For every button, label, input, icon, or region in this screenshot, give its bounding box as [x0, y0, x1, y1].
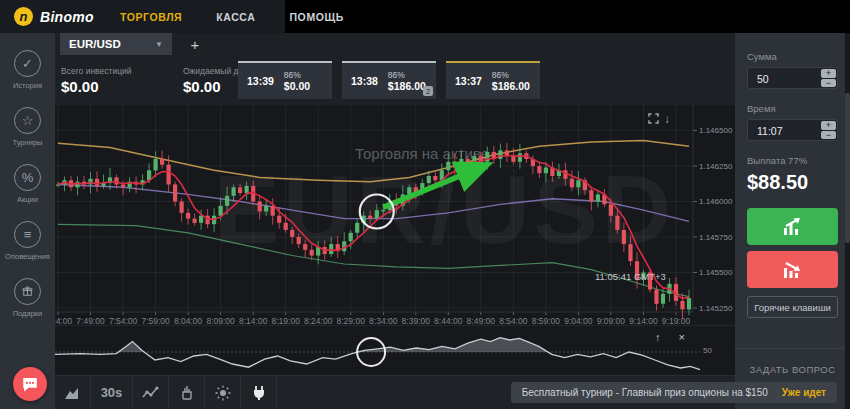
- nav-trading[interactable]: ТОРГОВЛЯ: [120, 11, 182, 23]
- notification-status[interactable]: Уже идет: [782, 387, 826, 398]
- chart-up-icon: [781, 217, 805, 237]
- interval-button[interactable]: 30s: [91, 376, 133, 409]
- gifts-icon: [14, 278, 41, 305]
- top-nav: ТОРГОВЛЯ КАССА ПОМОЩЬ: [120, 11, 344, 23]
- nav-help[interactable]: ПОМОЩЬ: [289, 11, 343, 23]
- top-bar-left: n Binomo ТОРГОВЛЯ КАССА ПОМОЩЬ: [0, 0, 285, 33]
- indicator-panel[interactable]: 50 ↑ ×: [55, 325, 735, 375]
- svg-text:1.145250: 1.145250: [699, 304, 733, 313]
- brightness-button[interactable]: [205, 376, 241, 409]
- tournaments-icon: ☆: [14, 107, 41, 134]
- scrollbar-thumb[interactable]: [845, 93, 850, 243]
- trade-time: 13:37: [455, 75, 482, 87]
- chart-type-button[interactable]: [55, 376, 91, 409]
- indicators-button[interactable]: [133, 376, 169, 409]
- svg-text:7:49:00: 7:49:00: [76, 316, 105, 325]
- call-button[interactable]: [747, 208, 838, 245]
- svg-text:9:14:00: 9:14:00: [629, 316, 658, 325]
- amount-field[interactable]: 50 + −: [747, 67, 838, 89]
- asset-name: EUR/USD: [69, 38, 121, 50]
- trade-time: 13:39: [247, 75, 274, 87]
- svg-text:8:44:00: 8:44:00: [434, 316, 463, 325]
- sidebar-label-promotions: Акции: [17, 195, 38, 204]
- amount-value: 50: [757, 73, 769, 85]
- trade-percent: 86%: [388, 70, 426, 80]
- amount-decrease-button[interactable]: −: [821, 79, 836, 88]
- add-asset-button[interactable]: +: [182, 33, 208, 55]
- svg-text:8:39:00: 8:39:00: [402, 316, 431, 325]
- brand-logo[interactable]: n Binomo: [0, 7, 94, 26]
- brightness-icon: [215, 385, 231, 401]
- amount-increase-button[interactable]: +: [821, 69, 836, 78]
- svg-text:1.146250: 1.146250: [699, 162, 733, 171]
- summary-row: Всего инвестиций $0.00 Ожидаемый доход $…: [55, 55, 735, 105]
- line-chart-icon: [142, 385, 159, 400]
- trade-panel: Сумма 50 + − Время 11:07 + − Выплата 77%…: [735, 33, 850, 409]
- interval-label: 30s: [101, 385, 123, 400]
- svg-text:9:04:00: 9:04:00: [564, 316, 593, 325]
- sidebar-item-history[interactable]: ✓ История: [0, 50, 55, 90]
- svg-text:8:09:00: 8:09:00: [206, 316, 235, 325]
- scrollbar[interactable]: [845, 33, 850, 409]
- plug-icon: [252, 385, 266, 401]
- svg-text:9:19:00: 9:19:00: [662, 316, 691, 325]
- put-button[interactable]: [747, 251, 838, 288]
- collapse-indicator-icon[interactable]: ↑: [655, 332, 661, 343]
- drawing-tools-icon: [179, 385, 195, 400]
- scroll-to-latest-icon[interactable]: ↓: [664, 113, 670, 125]
- trade-time: 13:38: [351, 75, 378, 87]
- indicator-midline-label: 50: [703, 346, 712, 355]
- history-icon: ✓: [14, 50, 41, 77]
- svg-text:1.146500: 1.146500: [699, 126, 733, 135]
- time-value: 11:07: [757, 125, 783, 137]
- time-decrease-button[interactable]: −: [821, 131, 836, 140]
- ask-question-button[interactable]: ЗАДАТЬ ВОПРОС: [735, 348, 850, 375]
- power-button[interactable]: [241, 376, 277, 409]
- svg-text:8:24:00: 8:24:00: [304, 316, 333, 325]
- svg-text:8:19:00: 8:19:00: [272, 316, 301, 325]
- sidebar-item-tournaments[interactable]: ☆ Турниры: [0, 107, 55, 147]
- drawing-tools-button[interactable]: [169, 376, 205, 409]
- close-indicator-icon[interactable]: ×: [679, 332, 685, 343]
- promotions-icon: %: [14, 164, 41, 191]
- time-field[interactable]: 11:07 + −: [747, 119, 838, 141]
- svg-text:1.145750: 1.145750: [699, 233, 733, 242]
- amount-label: Сумма: [747, 51, 838, 62]
- svg-text:7:59:00: 7:59:00: [141, 316, 170, 325]
- top-bar: n Binomo ТОРГОВЛЯ КАССА ПОМОЩЬ: [0, 0, 850, 33]
- svg-text:9:09:00: 9:09:00: [597, 316, 626, 325]
- chart-down-icon: [781, 260, 805, 280]
- trade-amount: $186.00: [388, 80, 426, 92]
- trade-card[interactable]: 13:39 86% $0.00: [238, 61, 332, 99]
- notification-message: Бесплатный турнир - Главный приз опционы…: [522, 387, 768, 398]
- total-invested: Всего инвестиций $0.00: [61, 66, 132, 95]
- left-sidebar: ✓ История ☆ Турниры % Акции ≡ Оповещения…: [0, 33, 55, 409]
- svg-text:7:54:00: 7:54:00: [109, 316, 138, 325]
- sidebar-item-gifts[interactable]: Подарки: [0, 278, 55, 318]
- asset-tab-strip: EUR/USD ▼ +: [55, 33, 735, 55]
- support-chat-button[interactable]: [13, 367, 47, 401]
- trade-amount: $0.00: [284, 80, 310, 92]
- svg-text:8:04:00: 8:04:00: [174, 316, 203, 325]
- price-chart[interactable]: EUR/USD Торговля на активе 1.1465001.146…: [55, 105, 735, 325]
- svg-text:1.146000: 1.146000: [699, 197, 733, 206]
- sidebar-label-tournaments: Турниры: [13, 138, 43, 147]
- binomo-logo-icon: n: [14, 7, 33, 26]
- svg-text:1.145500: 1.145500: [699, 268, 733, 277]
- sidebar-item-notifications[interactable]: ≡ Оповещения: [0, 221, 55, 261]
- hotkeys-button[interactable]: Горячие клавиши: [747, 296, 838, 318]
- svg-text:8:59:00: 8:59:00: [532, 316, 561, 325]
- payout-label: Выплата 77%: [747, 155, 838, 166]
- sidebar-item-promotions[interactable]: % Акции: [0, 164, 55, 204]
- sidebar-label-notifications: Оповещения: [5, 252, 50, 261]
- trade-count-badge: 2: [423, 86, 433, 96]
- nav-cashier[interactable]: КАССА: [216, 11, 255, 23]
- sidebar-label-gifts: Подарки: [13, 309, 43, 318]
- asset-tab-eurusd[interactable]: EUR/USD ▼: [60, 33, 172, 55]
- tournament-notification[interactable]: Бесплатный турнир - Главный приз опционы…: [511, 382, 837, 403]
- time-increase-button[interactable]: +: [821, 121, 836, 130]
- trade-card[interactable]: 13:38 86% $186.00 2: [342, 61, 436, 99]
- area-chart-icon: [64, 385, 81, 400]
- main-area: EUR/USD ▼ + Всего инвестиций $0.00 Ожида…: [55, 33, 735, 409]
- trade-card[interactable]: 13:37 86% $186.00: [446, 61, 540, 99]
